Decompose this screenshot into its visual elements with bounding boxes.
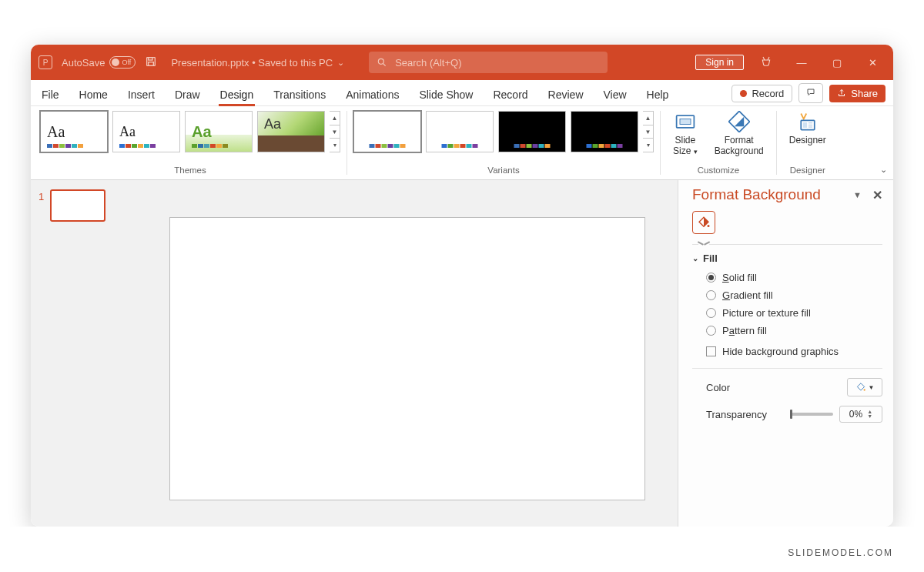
coming-soon-icon[interactable] (753, 55, 779, 70)
format-background-icon (728, 111, 750, 132)
theme-2[interactable]: Aa (112, 111, 180, 152)
pane-title: Format Background (692, 186, 853, 203)
share-button[interactable]: Share (829, 85, 886, 102)
collapse-ribbon-icon[interactable]: ⌄ (880, 165, 887, 175)
theme-aa-icon: Aa (119, 124, 179, 140)
toggle-switch-icon: Off (109, 56, 136, 69)
variant-4[interactable] (571, 111, 638, 152)
theme-3[interactable]: Aa (185, 111, 253, 152)
svg-rect-9 (803, 122, 807, 128)
slide-canvas[interactable] (169, 217, 645, 500)
tab-transitions[interactable]: Transitions (272, 84, 327, 105)
ribbon: Aa Aa Aa Aa ▲ ▼ ▾ (31, 106, 893, 180)
variants-label: Variants (487, 166, 519, 178)
sign-in-button[interactable]: Sign in (695, 55, 744, 70)
slide-size-button[interactable]: Slide Size ▾ (667, 111, 704, 157)
minimize-icon[interactable]: — (788, 57, 815, 69)
transparency-slider[interactable] (790, 413, 833, 416)
format-background-button[interactable]: Format Background (708, 111, 770, 157)
slide-number: 1 (38, 191, 44, 517)
scroll-up-icon[interactable]: ▲ (643, 112, 653, 125)
radio-gradient-fill[interactable]: Gradient fill (706, 289, 882, 301)
svg-point-3 (378, 59, 383, 64)
theme-4[interactable]: Aa (257, 111, 325, 152)
tab-animations[interactable]: Animations (344, 84, 400, 105)
designer-icon (797, 111, 819, 132)
theme-aa-icon: Aa (264, 116, 281, 132)
tab-design[interactable]: Design (219, 84, 256, 105)
close-icon[interactable]: ✕ (859, 57, 886, 69)
svg-line-4 (383, 64, 386, 66)
transparency-input[interactable]: 0% ▲▼ (839, 406, 882, 423)
powerpoint-window: P AutoSave Off Presentation.pptx • Saved… (31, 45, 893, 527)
svg-point-13 (708, 225, 710, 227)
designer-button[interactable]: Designer (783, 111, 832, 146)
dropdown-icon[interactable]: ▾ (643, 139, 653, 152)
record-button[interactable]: Record (732, 85, 792, 102)
fill-tab-icon[interactable] (692, 211, 715, 234)
checkbox-hide-bg-graphics[interactable]: Hide background graphics (692, 346, 882, 357)
tab-view[interactable]: View (602, 84, 628, 105)
svg-rect-2 (149, 62, 154, 65)
radio-picture-fill[interactable]: Picture or texture fill (706, 307, 882, 319)
theme-aa-icon: Aa (192, 123, 252, 141)
titlebar: P AutoSave Off Presentation.pptx • Saved… (31, 45, 893, 80)
svg-rect-1 (149, 57, 152, 59)
customize-group: Slide Size ▾ Format Background Customize (661, 106, 776, 179)
designer-group-label: Designer (790, 166, 825, 178)
dropdown-icon[interactable]: ▾ (330, 139, 340, 152)
themes-expand[interactable]: ▲ ▼ ▾ (330, 111, 340, 152)
scroll-down-icon[interactable]: ▼ (643, 125, 653, 139)
search-icon (377, 57, 387, 68)
comments-button[interactable] (798, 83, 823, 103)
search-input[interactable]: Search (Alt+Q) (369, 52, 608, 73)
tab-file[interactable]: File (40, 84, 61, 105)
variant-3[interactable] (498, 111, 566, 152)
color-picker-button[interactable]: ▼ (847, 378, 882, 396)
save-icon[interactable] (145, 55, 157, 70)
chevron-down-icon: ⌄ (692, 254, 698, 263)
spin-down-icon[interactable]: ▼ (867, 414, 872, 419)
slide-canvas-area (139, 180, 678, 527)
autosave-toggle[interactable]: AutoSave Off (62, 56, 136, 69)
chevron-down-icon: ▼ (869, 384, 875, 391)
theme-aa-icon: Aa (47, 123, 107, 141)
transparency-label: Transparency (706, 409, 784, 420)
scroll-down-icon[interactable]: ▼ (330, 125, 340, 139)
tab-record[interactable]: Record (491, 84, 529, 105)
autosave-label: AutoSave (62, 57, 105, 69)
svg-rect-6 (680, 119, 691, 125)
chevron-down-icon: ⌄ (337, 58, 344, 68)
theme-office[interactable]: Aa (40, 111, 108, 152)
share-icon (837, 89, 846, 98)
variant-2[interactable] (426, 111, 494, 152)
svg-point-14 (863, 389, 865, 390)
tab-home[interactable]: Home (78, 84, 109, 105)
radio-pattern-fill[interactable]: Pattern fill (706, 325, 882, 336)
pane-options-icon[interactable]: ▼ (853, 190, 862, 199)
maximize-icon[interactable]: ▢ (824, 57, 850, 69)
tab-insert[interactable]: Insert (126, 84, 156, 105)
app-icon: P (38, 55, 52, 69)
slide-thumbnail-1[interactable] (50, 189, 105, 222)
fill-section-toggle[interactable]: ⌄ Fill (692, 253, 882, 264)
document-title[interactable]: Presentation.pptx • Saved to this PC ⌄ (171, 57, 344, 69)
scroll-up-icon[interactable]: ▲ (330, 112, 340, 125)
variants-group: ▲ ▼ ▾ Variants (347, 106, 660, 179)
tab-slideshow[interactable]: Slide Show (417, 84, 474, 105)
designer-group: Designer Designer (777, 106, 839, 179)
format-background-pane: Format Background ▼ ✕ ⌄ Fill Solid fill … (678, 180, 893, 527)
themes-group: Aa Aa Aa Aa ▲ ▼ ▾ (31, 106, 346, 179)
tab-help[interactable]: Help (645, 84, 671, 105)
comment-icon (805, 88, 816, 97)
pane-close-icon[interactable]: ✕ (872, 188, 882, 202)
color-label: Color (706, 382, 841, 393)
workarea: 1 Format Background ▼ ✕ ⌄ Fill (31, 180, 893, 527)
variants-expand[interactable]: ▲ ▼ ▾ (643, 111, 654, 152)
tab-review[interactable]: Review (547, 84, 585, 105)
tab-draw[interactable]: Draw (173, 84, 202, 105)
record-dot-icon (740, 90, 747, 97)
radio-solid-fill[interactable]: Solid fill (706, 272, 882, 283)
variant-1[interactable] (353, 111, 421, 152)
themes-label: Themes (174, 166, 206, 178)
